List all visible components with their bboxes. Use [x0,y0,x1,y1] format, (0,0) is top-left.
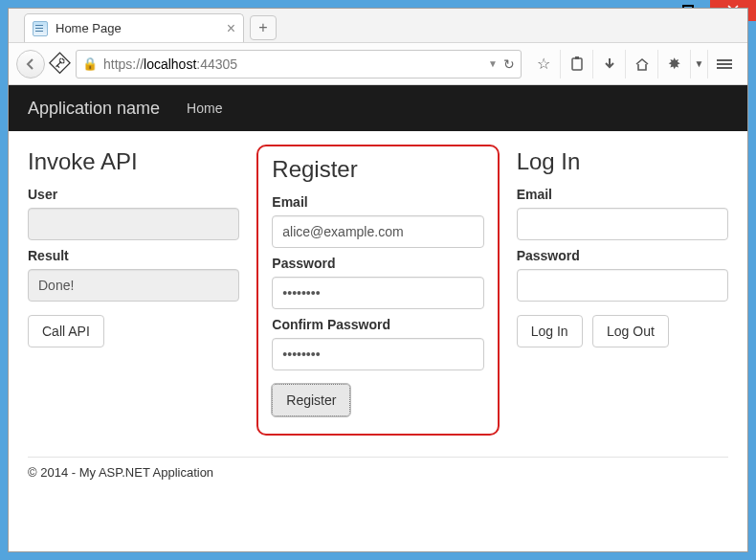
menu-button[interactable] [707,50,740,78]
bookmark-star-icon[interactable]: ☆ [527,50,560,78]
browser-tab-title: Home Page [56,21,122,35]
reload-icon[interactable]: ↻ [503,56,515,72]
login-heading: Log In [517,148,728,175]
login-button[interactable]: Log In [517,315,583,347]
toolbar-actions: ☆ ✸ ▼ [527,50,740,78]
url-bar[interactable]: 🔒 https://localhost:44305 ▼ ↻ [76,50,522,78]
login-password-label: Password [517,248,728,263]
register-heading: Register [272,156,483,183]
browser-frame: Home Page × + ⚿ 🔒 https://localhost:4430… [8,8,748,552]
tab-close-icon[interactable]: × [227,21,235,36]
invoke-user-label: User [28,187,239,202]
url-host: localhost [144,56,196,72]
url-dropdown-icon[interactable]: ▼ [488,58,498,69]
svg-rect-4 [572,58,582,70]
register-password-label: Password [272,256,483,271]
addon-dropdown-icon[interactable]: ▼ [690,50,707,78]
page-body: Invoke API User Result Call API Register… [9,131,747,499]
footer-divider [28,457,728,458]
login-email-input[interactable] [517,208,728,240]
identity-key-icon: ⚿ [46,49,75,78]
invoke-user-input [28,208,239,240]
back-button[interactable] [16,50,45,78]
register-panel: Register Email Password Confirm Password… [256,145,499,436]
login-password-input[interactable] [517,269,728,302]
invoke-panel: Invoke API User Result Call API [28,145,239,436]
register-password-input[interactable] [272,277,483,309]
hamburger-icon [717,57,732,71]
register-email-input[interactable] [272,215,483,248]
browser-tab[interactable]: Home Page × [24,13,244,42]
clipboard-icon[interactable] [560,50,592,78]
register-email-label: Email [272,194,483,210]
login-email-label: Email [517,187,728,202]
new-tab-button[interactable]: + [250,15,277,40]
app-brand[interactable]: Application name [28,99,160,119]
page-favicon-icon [33,21,48,36]
invoke-heading: Invoke API [28,148,239,175]
lock-icon: 🔒 [82,56,98,71]
svg-rect-5 [575,56,579,59]
browser-tabstrip: Home Page × + [9,9,747,43]
invoke-result-label: Result [28,248,239,263]
page-content: Application name Home Invoke API User Re… [9,85,747,551]
login-panel: Log In Email Password Log In Log Out [517,145,728,436]
home-icon[interactable] [625,50,657,78]
invoke-result-input [28,269,239,302]
register-confirm-label: Confirm Password [272,317,483,332]
url-text: https://localhost:44305 [103,56,482,72]
footer-text: © 2014 - My ASP.NET Application [28,465,728,489]
call-api-button[interactable]: Call API [28,315,104,347]
logout-button[interactable]: Log Out [592,315,669,347]
nav-home-link[interactable]: Home [187,101,222,116]
browser-toolbar: ⚿ 🔒 https://localhost:44305 ▼ ↻ ☆ [9,43,747,85]
os-window: Home Page × + ⚿ 🔒 https://localhost:4430… [0,0,756,560]
url-scheme: https:// [103,56,144,72]
register-submit-button[interactable]: Register [272,384,350,416]
url-port: :44305 [196,56,237,72]
register-confirm-input[interactable] [272,338,483,370]
downloads-icon[interactable] [592,50,625,78]
app-navbar: Application name Home [9,85,747,131]
addon-icon[interactable]: ✸ [657,50,690,78]
